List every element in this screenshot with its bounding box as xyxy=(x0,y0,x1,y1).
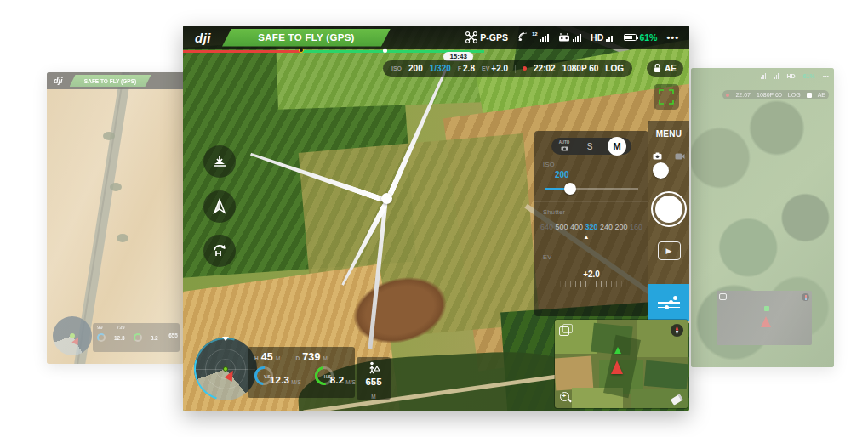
altitude-readout: H 45 M xyxy=(254,351,280,363)
mode-s-tab[interactable]: S xyxy=(577,142,602,151)
aperture-value: 2.8 xyxy=(463,64,475,73)
vps-altitude-value: 655 xyxy=(357,377,391,387)
hd-label: HD xyxy=(787,73,796,79)
shutter-release-button[interactable] xyxy=(651,191,687,227)
exposure-mode-switch[interactable]: AUTO S M xyxy=(551,138,631,155)
focus-frame-button[interactable] xyxy=(654,84,679,110)
flight-status-banner: SAFE TO FLY (GPS) xyxy=(70,75,151,87)
left-radar-widget xyxy=(53,316,92,355)
record-dot-icon xyxy=(523,66,527,71)
gps-signal-indicator[interactable]: 12 xyxy=(517,32,549,43)
iso-section-label: ISO xyxy=(543,161,648,168)
shutter-option-selected[interactable]: 320 xyxy=(585,223,597,231)
drone-position-arrow xyxy=(611,360,623,374)
hd-video-indicator[interactable]: HD xyxy=(591,32,614,43)
shutter-option[interactable]: 240 xyxy=(600,223,613,231)
flight-status-banner[interactable]: SAFE TO FLY (GPS) xyxy=(222,29,391,47)
shutter-option[interactable]: 640 xyxy=(540,223,553,231)
signal-bars-icon xyxy=(774,73,779,79)
camera-settings-button[interactable] xyxy=(648,284,689,321)
aperture-label: F xyxy=(458,65,461,71)
ev-scale-ruler[interactable] xyxy=(555,281,628,287)
wind-turbine-hub xyxy=(381,193,392,204)
vps-altitude-unit: M xyxy=(371,394,375,400)
more-icon: ••• xyxy=(823,73,829,79)
shutter-option[interactable]: 500 xyxy=(555,223,568,231)
shutter-value: 1/320 xyxy=(430,64,451,73)
ae-lock-icon xyxy=(807,93,812,98)
resolution: 1080P 60 xyxy=(757,92,782,98)
attitude-compass-button[interactable] xyxy=(203,190,236,223)
log-color-mode: LOG xyxy=(605,64,624,73)
map-zoom-in-button[interactable] xyxy=(559,391,572,404)
camera-settings-panel: AUTO S M ISO 200 Shutter 640 500 400 320… xyxy=(534,131,648,316)
photo-video-toggle[interactable] xyxy=(653,152,685,179)
dji-logo: dji xyxy=(195,31,211,45)
altitude-value: 45 xyxy=(261,351,273,363)
gps-satellite-count: 12 xyxy=(532,31,538,37)
more-menu-button[interactable]: ••• xyxy=(666,32,679,43)
lock-icon xyxy=(654,64,661,73)
camera-control-rail: MENU ▶ xyxy=(648,121,689,321)
flight-mode-indicator[interactable]: P-GPS xyxy=(465,31,508,43)
quadcopter-icon xyxy=(465,31,477,43)
dji-go-app-screen: dji SAFE TO FLY (GPS) P-GPS 12 xyxy=(183,26,689,411)
shutter-option[interactable]: 200 xyxy=(614,223,627,231)
background-screenshot-right: HD 61% ••• 22:07 1080P 60 LOG AE xyxy=(691,68,834,367)
photo-mode-icon xyxy=(653,152,662,160)
timeline-critical-segment xyxy=(183,50,302,53)
distance-value: 739 xyxy=(302,351,320,363)
iso-label: ISO xyxy=(391,65,402,71)
resolution-value: 1080P 60 xyxy=(562,64,599,73)
vertical-speed-gauge: V.S xyxy=(254,366,273,385)
ev-current-value: +2.0 xyxy=(534,270,648,279)
mini-map[interactable] xyxy=(555,320,688,408)
ev-value: +2.0 xyxy=(491,64,508,73)
battery-percent: 61% xyxy=(639,32,657,43)
distance-unit: M xyxy=(323,355,328,361)
battery-icon xyxy=(624,34,637,41)
playback-button[interactable]: ▶ xyxy=(658,241,681,260)
menu-button[interactable]: MENU xyxy=(656,129,682,139)
shutter-section-label: Shutter xyxy=(543,208,648,216)
rth-icon xyxy=(211,242,228,259)
iso-slider[interactable] xyxy=(545,183,638,195)
record-time: 22:07 xyxy=(735,92,751,98)
toggle-knob[interactable] xyxy=(653,162,669,179)
iso-value: 200 xyxy=(408,64,423,73)
left-distance: 739 xyxy=(117,325,125,330)
landing-icon xyxy=(211,153,228,170)
mode-auto-tab[interactable]: AUTO xyxy=(551,141,577,151)
compass-icon xyxy=(802,293,809,301)
record-dot-icon xyxy=(726,94,729,97)
auto-landing-button[interactable] xyxy=(203,145,236,178)
left-telemetry-bar: 99 739 12.3 8.2 655 xyxy=(93,323,180,352)
rc-signal-indicator[interactable] xyxy=(558,32,581,43)
return-to-home-button[interactable] xyxy=(203,235,236,267)
mode-m-tab-selected[interactable]: M xyxy=(608,137,626,156)
log-label: LOG xyxy=(788,92,801,98)
shutter-option[interactable]: 160 xyxy=(630,223,642,231)
distance-label: D xyxy=(295,355,300,361)
shutter-option[interactable]: 400 xyxy=(570,223,583,231)
map-compass-button[interactable] xyxy=(671,324,683,337)
map-layers-button[interactable] xyxy=(559,324,572,335)
signal-bars-icon xyxy=(761,73,767,79)
ev-label: EV xyxy=(482,65,489,71)
ae-label: AE xyxy=(665,64,677,73)
shutter-speed-picker[interactable]: 640 500 400 320 240 200 160 xyxy=(534,223,648,231)
focus-bracket-icon xyxy=(659,89,674,105)
left-vps-value: 655 xyxy=(168,332,178,338)
left-top-bar: dji SAFE TO FLY (GPS) xyxy=(47,72,186,89)
battery-indicator[interactable]: 61% xyxy=(624,32,657,43)
home-point-marker xyxy=(764,306,769,311)
camera-parameters-bar[interactable]: ISO 200 1/320 F 2.8 EV +2.0 22:02 1080P … xyxy=(383,60,632,77)
iso-slider-thumb[interactable] xyxy=(564,183,576,195)
right-status-icons: HD 61% ••• xyxy=(691,73,829,79)
altitude-unit: M xyxy=(276,355,280,361)
satellite-icon xyxy=(517,32,528,43)
person-altitude-icon xyxy=(368,361,380,374)
left-altitude: 99 xyxy=(97,325,103,330)
battery-percent: 61% xyxy=(803,73,815,79)
ae-lock-button[interactable]: AE xyxy=(647,60,683,77)
